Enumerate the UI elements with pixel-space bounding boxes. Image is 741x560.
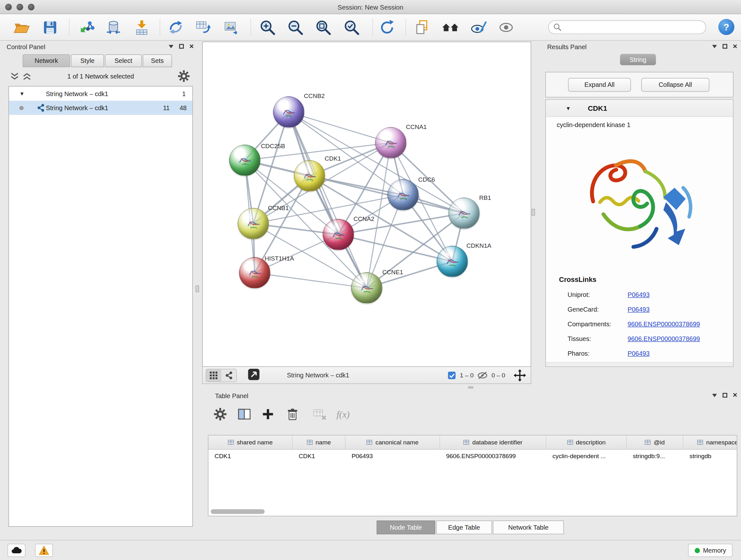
grid-view-toggle[interactable] xyxy=(206,369,221,381)
zoom-window-button[interactable] xyxy=(28,4,35,10)
tab-edge-table[interactable]: Edge Table xyxy=(436,520,492,534)
network-from-table-button[interactable] xyxy=(194,18,212,37)
crosshair-move-icon[interactable] xyxy=(514,369,526,381)
refresh-button[interactable] xyxy=(378,18,396,37)
node-table[interactable]: shared name name canonical name database… xyxy=(208,435,738,516)
network-node-CCNB2[interactable] xyxy=(273,97,305,128)
network-row[interactable]: String Network – cdk1 11 48 xyxy=(9,101,192,115)
splitter-handle[interactable] xyxy=(468,386,474,388)
splitter-handle[interactable] xyxy=(532,209,535,216)
network-node-CDKN1A[interactable] xyxy=(436,246,468,277)
network-node-CCNB1[interactable] xyxy=(238,208,269,240)
open-folder-icon xyxy=(13,19,30,36)
column-header-description[interactable]: description xyxy=(546,435,627,449)
network-node-RB1[interactable] xyxy=(448,198,480,229)
delete-table-button-disabled[interactable] xyxy=(311,405,329,424)
panel-menu-icon[interactable] xyxy=(169,45,173,48)
network-view-toggle[interactable] xyxy=(221,369,236,381)
crosslink-link[interactable]: 9606.ENSP00000378699 xyxy=(628,335,700,342)
tab-string[interactable]: String xyxy=(620,54,656,65)
delete-column-button[interactable] xyxy=(283,405,302,424)
cloud-button[interactable] xyxy=(8,544,25,557)
network-node-CDK1[interactable] xyxy=(294,160,325,192)
float-panel-icon[interactable] xyxy=(179,44,184,49)
open-session-button[interactable] xyxy=(12,18,31,37)
column-header-database-identifier[interactable]: database identifier xyxy=(440,435,546,449)
protein-section-header[interactable]: ▼ CDK1 xyxy=(546,100,733,117)
eye-button[interactable] xyxy=(496,18,515,37)
save-session-button[interactable] xyxy=(41,18,59,37)
crosslink-link[interactable]: 9606.ENSP00000378699 xyxy=(628,320,700,327)
help-button[interactable]: ? xyxy=(718,19,734,35)
column-header-shared-name[interactable]: shared name xyxy=(208,435,293,449)
warnings-button[interactable] xyxy=(35,544,53,557)
detach-view-button[interactable] xyxy=(247,368,260,382)
crosslink-link[interactable]: P06493 xyxy=(628,291,650,298)
zoom-fit-button[interactable] xyxy=(314,18,333,37)
scrollbar-thumb[interactable] xyxy=(211,509,265,514)
network-arrows-button[interactable] xyxy=(166,18,185,37)
show-graphics-details-button[interactable] xyxy=(469,18,488,37)
float-panel-icon[interactable] xyxy=(723,44,727,49)
crosslink-label: Pharos: xyxy=(568,350,590,357)
network-node-CCNA1[interactable] xyxy=(375,127,407,159)
horizontal-scrollbar[interactable] xyxy=(209,509,736,514)
tree-expand-icon[interactable]: ▼ xyxy=(19,91,24,97)
memory-button[interactable]: Memory xyxy=(688,544,732,557)
selected-checkbox-icon[interactable] xyxy=(448,371,456,380)
network-node-CCNE1[interactable] xyxy=(351,272,382,304)
zoom-in-button[interactable] xyxy=(258,18,277,37)
function-builder-button[interactable]: f(x) xyxy=(331,405,355,424)
gear-icon[interactable] xyxy=(178,70,190,82)
panel-menu-icon[interactable] xyxy=(712,45,717,48)
tab-style[interactable]: Style xyxy=(71,54,104,67)
add-column-button[interactable] xyxy=(259,405,277,424)
collapse-all-button[interactable]: Collapse All xyxy=(642,78,710,91)
tab-node-table[interactable]: Node Table xyxy=(377,520,435,534)
duplicate-document-button[interactable] xyxy=(413,18,431,37)
table-row[interactable]: CDK1 CDK1 P06493 9606.ENSP00000378699 cy… xyxy=(208,449,737,462)
panel-menu-icon[interactable] xyxy=(712,394,717,397)
network-collection-row[interactable]: ▼ String Network – cdk1 1 xyxy=(9,86,192,101)
collapse-all-icon[interactable] xyxy=(10,72,19,80)
crosslink-link[interactable]: P06493 xyxy=(628,350,650,357)
close-panel-icon[interactable]: × xyxy=(733,44,737,49)
tab-select[interactable]: Select xyxy=(105,54,142,67)
close-panel-icon[interactable]: × xyxy=(733,393,737,398)
close-window-button[interactable] xyxy=(5,4,12,10)
tab-network-table[interactable]: Network Table xyxy=(493,520,564,534)
float-panel-icon[interactable] xyxy=(723,393,727,398)
expand-all-icon[interactable] xyxy=(23,72,31,80)
minimize-window-button[interactable] xyxy=(17,4,23,10)
network-canvas[interactable]: CCNB2CCNA1CDC25BCDK1CDC6RB1CCNB1CCNA2CDK… xyxy=(202,42,531,367)
network-node-CDC6[interactable] xyxy=(387,179,419,210)
close-panel-icon[interactable]: × xyxy=(189,44,194,49)
hidden-eye-icon[interactable] xyxy=(477,370,488,380)
show-columns-button[interactable] xyxy=(235,405,254,424)
horizontal-scrollbar[interactable] xyxy=(546,362,733,366)
column-header-name[interactable]: name xyxy=(293,435,346,449)
expand-all-button[interactable]: Expand All xyxy=(568,78,631,91)
zoom-out-button[interactable] xyxy=(286,18,305,37)
cell-name: CDK1 xyxy=(293,452,346,459)
zoom-selected-button[interactable] xyxy=(342,18,361,37)
import-table-button[interactable] xyxy=(132,18,151,37)
tab-network[interactable]: Network xyxy=(23,54,70,67)
search-field[interactable] xyxy=(548,20,706,34)
home-button[interactable] xyxy=(441,18,460,37)
crosslink-link[interactable]: P06493 xyxy=(628,306,650,313)
splitter-handle[interactable] xyxy=(196,286,199,292)
network-node-CCNA2[interactable] xyxy=(323,219,354,250)
table-settings-button[interactable] xyxy=(211,405,229,424)
network-node-CDC25B[interactable] xyxy=(229,145,260,176)
column-header-namespace[interactable]: namespace xyxy=(683,435,737,449)
import-network-database-button[interactable] xyxy=(104,18,123,37)
tab-sets[interactable]: Sets xyxy=(143,54,172,67)
search-input[interactable] xyxy=(561,23,701,30)
export-image-button[interactable] xyxy=(222,18,241,37)
column-header-canonical-name[interactable]: canonical name xyxy=(346,435,440,449)
import-network-file-button[interactable] xyxy=(77,18,96,37)
column-label: canonical name xyxy=(376,439,419,446)
column-header-id[interactable]: @id xyxy=(627,435,684,449)
section-collapse-icon[interactable]: ▼ xyxy=(566,105,571,111)
